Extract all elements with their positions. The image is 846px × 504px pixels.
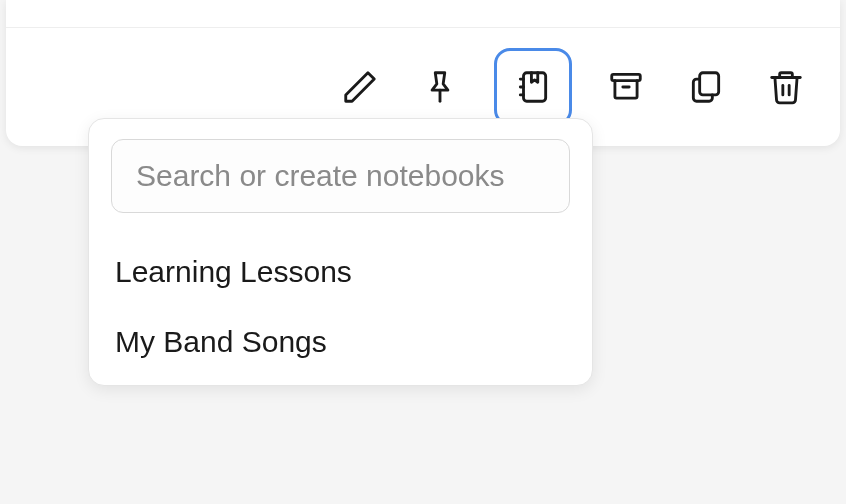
archive-icon [607,68,645,106]
delete-button[interactable] [760,61,812,113]
edit-button[interactable] [334,61,386,113]
archive-button[interactable] [600,61,652,113]
notebook-popover: Learning Lessons My Band Songs [88,118,593,386]
notebook-list-item[interactable]: My Band Songs [111,307,570,377]
pin-icon [421,68,459,106]
copy-icon [687,68,725,106]
notebook-search-input[interactable] [111,139,570,213]
pin-button[interactable] [414,61,466,113]
pencil-icon [341,68,379,106]
svg-rect-7 [700,73,719,95]
notebook-list: Learning Lessons My Band Songs [111,237,570,377]
trash-icon [767,68,805,106]
svg-rect-5 [612,74,641,80]
copy-button[interactable] [680,61,732,113]
notebook-list-item[interactable]: Learning Lessons [111,237,570,307]
toolbar-top-area [6,0,840,28]
svg-rect-1 [524,73,546,102]
notebook-button[interactable] [494,48,572,126]
notebook-icon [514,68,552,106]
